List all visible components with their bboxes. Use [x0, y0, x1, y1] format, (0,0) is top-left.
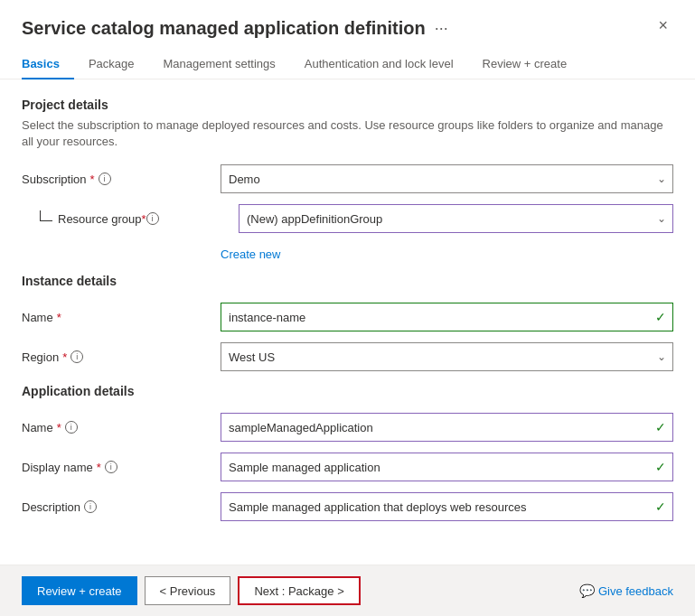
close-button[interactable]: ×	[653, 14, 673, 37]
instance-name-input[interactable]	[221, 303, 673, 331]
next-button[interactable]: Next : Package >	[238, 576, 360, 605]
description-info-icon[interactable]: i	[84, 500, 97, 513]
rg-required: *	[142, 212, 146, 226]
subscription-select-wrapper: Demo ⌄	[221, 164, 673, 193]
instance-name-label: Name *	[22, 311, 221, 324]
resource-group-row: Resource group * i (New) appDefinitionGr…	[40, 204, 673, 233]
subscription-required: *	[90, 173, 95, 186]
description-check-icon: ✓	[655, 499, 666, 514]
tabs-bar: Basics Package Management settings Authe…	[0, 50, 695, 79]
display-name-check-icon: ✓	[655, 460, 666, 474]
description-row: Description i ✓	[22, 492, 673, 521]
instance-name-required: *	[57, 311, 61, 324]
description-input[interactable]	[221, 492, 673, 521]
region-row: Region * i West US ⌄	[22, 342, 673, 371]
instance-details-title: Instance details	[22, 274, 673, 288]
title-row: Service catalog managed application defi…	[22, 18, 448, 39]
resource-group-select[interactable]: (New) appDefinitionGroup	[239, 204, 673, 233]
create-new-link[interactable]: Create new	[221, 247, 280, 261]
dialog-title: Service catalog managed application defi…	[22, 18, 426, 39]
tab-management[interactable]: Management settings	[149, 50, 290, 79]
dialog: Service catalog managed application defi…	[0, 0, 695, 616]
project-details-desc: Select the subscription to manage deploy…	[22, 117, 673, 150]
app-name-control: ✓	[221, 413, 673, 442]
instance-name-check-icon: ✓	[655, 310, 666, 324]
main-content: Project details Select the subscription …	[0, 79, 695, 565]
instance-name-control: ✓	[221, 303, 673, 331]
subscription-label: Subscription * i	[22, 173, 221, 186]
footer-left-buttons: Review + create < Previous Next : Packag…	[22, 576, 361, 605]
indent-indicator: Resource group * i	[40, 212, 159, 226]
ellipsis-button[interactable]: ···	[435, 19, 448, 38]
tab-auth[interactable]: Authentication and lock level	[290, 50, 468, 79]
app-name-check-icon: ✓	[655, 420, 666, 434]
display-name-input[interactable]	[221, 453, 673, 481]
subscription-info-icon[interactable]: i	[99, 173, 111, 185]
indent-line	[40, 210, 52, 221]
rg-select-wrapper: (New) appDefinitionGroup ⌄	[239, 204, 673, 233]
project-details-section: Project details Select the subscription …	[22, 98, 673, 261]
region-label: Region * i	[22, 350, 221, 364]
region-select[interactable]: West US	[221, 342, 673, 371]
review-create-button[interactable]: Review + create	[22, 576, 137, 605]
dialog-header: Service catalog managed application defi…	[0, 0, 695, 39]
app-name-row: Name * i ✓	[22, 413, 673, 442]
application-details-section: Application details Name * i ✓	[22, 384, 673, 521]
dialog-footer: Review + create < Previous Next : Packag…	[0, 565, 695, 616]
app-name-label: Name * i	[22, 421, 221, 434]
subscription-row: Subscription * i Demo ⌄	[22, 164, 673, 193]
give-feedback-button[interactable]: 💬 Give feedback	[579, 583, 673, 598]
previous-button[interactable]: < Previous	[145, 576, 231, 605]
instance-details-section: Instance details Name * ✓ Region	[22, 274, 673, 371]
rg-control: (New) appDefinitionGroup ⌄	[239, 204, 673, 233]
tab-basics[interactable]: Basics	[22, 50, 74, 79]
feedback-icon: 💬	[579, 583, 595, 598]
display-name-info-icon[interactable]: i	[105, 461, 117, 473]
instance-name-wrapper: ✓	[221, 303, 673, 331]
tab-review[interactable]: Review + create	[468, 50, 582, 79]
region-control: West US ⌄	[221, 342, 673, 371]
app-name-wrapper: ✓	[221, 413, 673, 442]
display-name-required: *	[97, 461, 101, 474]
region-info-icon[interactable]: i	[70, 350, 83, 363]
display-name-row: Display name * i ✓	[22, 453, 673, 481]
display-name-label: Display name * i	[22, 461, 221, 474]
description-label: Description i	[22, 500, 221, 514]
display-name-control: ✓	[221, 453, 673, 481]
rg-info-icon[interactable]: i	[146, 212, 159, 225]
description-control: ✓	[221, 492, 673, 521]
resource-group-label: Resource group * i	[40, 212, 239, 226]
region-select-wrapper: West US ⌄	[221, 342, 673, 371]
description-wrapper: ✓	[221, 492, 673, 521]
app-name-input[interactable]	[221, 413, 673, 442]
region-required: *	[62, 350, 67, 364]
instance-name-row: Name * ✓	[22, 303, 673, 331]
app-name-required: *	[57, 421, 61, 434]
project-details-title: Project details	[22, 98, 673, 112]
app-name-info-icon[interactable]: i	[65, 421, 78, 434]
app-details-title: Application details	[22, 384, 673, 398]
display-name-wrapper: ✓	[221, 453, 673, 481]
subscription-select[interactable]: Demo	[221, 164, 673, 193]
subscription-control: Demo ⌄	[221, 164, 673, 193]
tab-package[interactable]: Package	[74, 50, 149, 79]
